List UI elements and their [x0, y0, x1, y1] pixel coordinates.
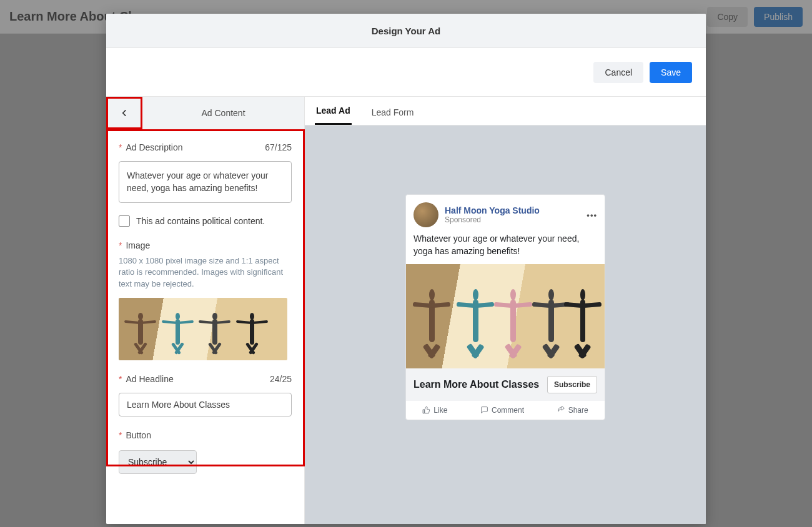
chevron-left-icon — [120, 109, 129, 117]
share-icon — [557, 406, 565, 414]
share-button[interactable]: Share — [557, 406, 588, 415]
like-button[interactable]: Like — [422, 406, 447, 415]
image-thumbnail[interactable] — [119, 298, 287, 360]
ad-headline-input[interactable] — [119, 393, 292, 416]
ad-cta-button[interactable]: Subscribe — [547, 376, 597, 393]
image-label: * Image — [119, 240, 292, 250]
comment-button[interactable]: Comment — [480, 406, 524, 415]
design-ad-modal: Design Your Ad Cancel Save Ad Content * … — [106, 14, 706, 524]
ad-sponsored-label: Sponsored — [445, 215, 540, 224]
political-content-checkbox[interactable] — [119, 215, 130, 227]
tab-lead-form[interactable]: Lead Form — [370, 100, 415, 125]
save-button[interactable]: Save — [650, 62, 692, 83]
more-options-icon[interactable]: ••• — [587, 210, 597, 220]
modal-actions: Cancel Save — [106, 48, 706, 97]
image-help-text: 1080 x 1080 pixel image size and 1:1 asp… — [119, 255, 292, 291]
modal-title: Design Your Ad — [106, 14, 706, 48]
sidebar-tab-ad-content[interactable]: Ad Content — [142, 97, 304, 129]
button-label: * Button — [119, 430, 292, 440]
ad-description-label: * Ad Description 67/125 — [119, 142, 292, 152]
required-marker: * — [119, 142, 122, 152]
preview-pane: Lead Ad Lead Form Half Moon Yoga Studio … — [305, 97, 706, 524]
ad-headline-counter: 24/25 — [270, 374, 292, 384]
like-icon — [422, 406, 430, 414]
ad-headline: Learn More About Classes — [413, 379, 539, 390]
ad-preview-card: Half Moon Yoga Studio Sponsored ••• What… — [405, 194, 605, 420]
ad-description-counter: 67/125 — [265, 142, 292, 152]
ad-page-name[interactable]: Half Moon Yoga Studio — [445, 205, 540, 215]
button-select[interactable]: Subscribe — [119, 450, 197, 474]
ad-content-sidebar: Ad Content * Ad Description 67/125 Whate… — [106, 97, 305, 524]
ad-description-input[interactable]: Whatever your age or whatever your need,… — [119, 161, 292, 203]
cancel-button[interactable]: Cancel — [593, 62, 643, 83]
tab-lead-ad[interactable]: Lead Ad — [315, 98, 352, 125]
avatar — [413, 202, 438, 227]
comment-icon — [480, 406, 488, 414]
ad-body-text: Whatever your age or whatever your need,… — [406, 232, 605, 264]
political-content-label: This ad contains political content. — [136, 216, 265, 226]
ad-headline-label: * Ad Headline 24/25 — [119, 374, 292, 384]
ad-image — [406, 264, 605, 368]
back-button[interactable] — [106, 97, 142, 129]
